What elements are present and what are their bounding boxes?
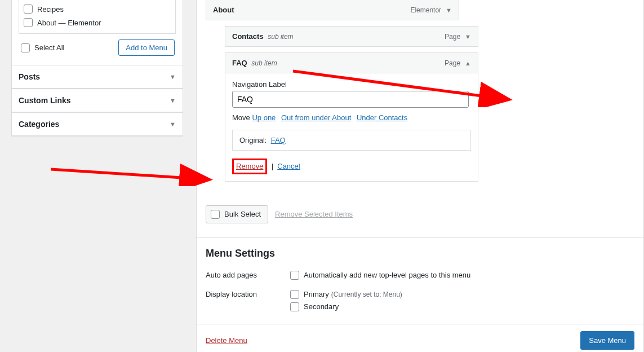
remove-selected-link: Remove Selected Items	[275, 210, 353, 218]
move-up-one-link[interactable]: Up one	[252, 113, 276, 122]
save-menu-button[interactable]: Save Menu	[580, 331, 634, 350]
nav-label-label: Navigation Label	[232, 80, 471, 89]
checkbox[interactable]	[24, 18, 33, 27]
chevron-down-icon[interactable]: ▼	[446, 7, 452, 14]
chevron-down-icon: ▼	[170, 73, 176, 80]
location-primary-text: Primary	[304, 290, 329, 298]
menu-item-title: Contacts	[232, 32, 264, 41]
svg-line-1	[51, 169, 207, 179]
menu-item-type: Page	[445, 59, 460, 67]
menu-item-contacts[interactable]: Contacts sub item Page ▼	[225, 26, 478, 47]
bulk-select-label: Bulk Select	[224, 210, 261, 218]
checkbox[interactable]	[290, 271, 299, 280]
sub-item-label: sub item	[251, 59, 277, 67]
menu-settings-heading: Menu Settings	[206, 248, 634, 259]
page-item-label: Recipes	[37, 5, 64, 14]
auto-add-text: Automatically add new top-level pages to…	[304, 271, 470, 279]
move-out-under-link[interactable]: Out from under About	[281, 113, 351, 122]
page-item[interactable]: Recipes	[24, 2, 171, 16]
checkbox[interactable]	[24, 5, 33, 14]
remove-link[interactable]: Remove	[236, 162, 263, 170]
page-item-label: About — Elementor	[37, 19, 101, 27]
sub-item-label: sub item	[268, 33, 293, 41]
page-item[interactable]: About — Elementor	[24, 16, 171, 29]
location-secondary-text: Secondary	[304, 302, 339, 311]
accordion-label: Custom Links	[19, 96, 71, 105]
nav-label-input[interactable]	[232, 91, 469, 108]
add-to-menu-button[interactable]: Add to Menu	[118, 39, 175, 56]
select-all-label: Select All	[34, 43, 64, 52]
menu-item-settings: Navigation Label Move Up one Out from un…	[225, 73, 478, 181]
menu-item-type: Page	[445, 33, 460, 41]
menu-item-title: About	[213, 6, 234, 14]
checkbox[interactable]	[290, 290, 299, 299]
checkbox[interactable]	[21, 43, 30, 52]
select-all-row[interactable]: Select All	[20, 40, 64, 56]
location-primary-option[interactable]: Primary (Currently set to: Menu)	[290, 290, 402, 299]
menu-item-type: Elementor	[410, 6, 441, 14]
bulk-select-button[interactable]: Bulk Select	[206, 205, 268, 223]
auto-add-option[interactable]: Automatically add new top-level pages to…	[290, 271, 470, 280]
pages-list[interactable]: Recipes About — Elementor	[19, 0, 176, 34]
move-label: Move	[232, 113, 250, 122]
chevron-down-icon[interactable]: ▼	[465, 33, 471, 40]
original-label: Original:	[239, 136, 267, 144]
accordion-categories[interactable]: Categories ▼	[12, 113, 183, 136]
location-primary-hint: (Currently set to: Menu)	[331, 291, 402, 298]
delete-menu-link[interactable]: Delete Menu	[206, 336, 247, 345]
accordion-label: Posts	[19, 72, 40, 81]
auto-add-label: Auto add pages	[206, 271, 290, 279]
menu-item-faq[interactable]: FAQ sub item Page ▲ Navigation Label Mov…	[225, 52, 478, 182]
original-link[interactable]: FAQ	[271, 136, 286, 144]
chevron-down-icon: ▼	[170, 97, 176, 104]
menu-item-about[interactable]: About Elementor ▼	[206, 0, 459, 20]
original-box: Original: FAQ	[232, 130, 471, 151]
chevron-up-icon[interactable]: ▲	[465, 60, 471, 67]
display-location-label: Display location	[206, 290, 290, 298]
move-under-contacts-link[interactable]: Under Contacts	[357, 113, 407, 122]
annotation-arrow-icon	[51, 164, 220, 186]
accordion-label: Categories	[19, 120, 59, 129]
accordion-custom-links[interactable]: Custom Links ▼	[12, 89, 183, 112]
chevron-down-icon: ▼	[170, 121, 176, 127]
cancel-link[interactable]: Cancel	[277, 162, 300, 170]
checkbox[interactable]	[290, 302, 299, 311]
accordion-posts[interactable]: Posts ▼	[12, 65, 183, 89]
menu-item-title: FAQ	[232, 59, 247, 67]
checkbox[interactable]	[211, 210, 220, 219]
annotation-highlight: Remove	[232, 159, 267, 174]
location-secondary-option[interactable]: Secondary	[290, 302, 402, 311]
